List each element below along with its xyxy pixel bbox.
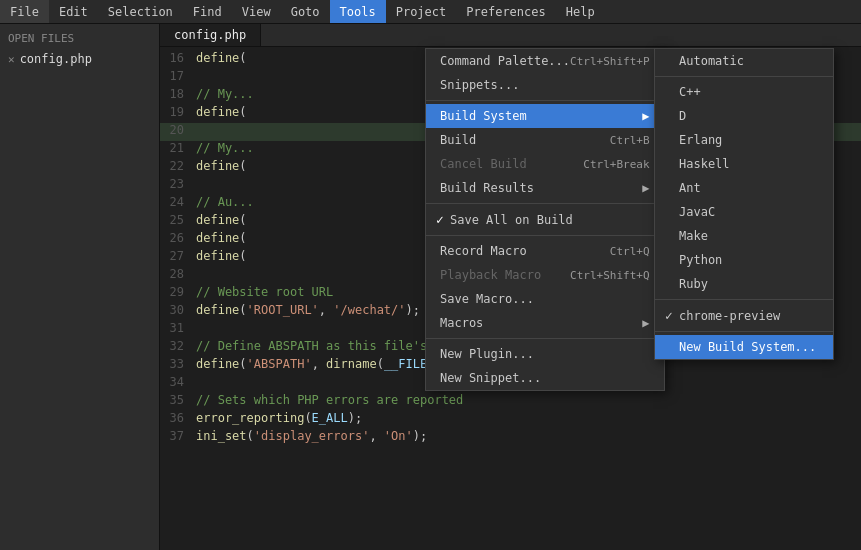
menu-project[interactable]: Project <box>386 0 457 23</box>
menu-playback-macro: Playback Macro Ctrl+Shift+Q <box>426 263 664 287</box>
build-item-automatic[interactable]: Automatic <box>655 49 833 73</box>
build-item-ant[interactable]: Ant <box>655 176 833 200</box>
menu-record-macro[interactable]: Record Macro Ctrl+Q <box>426 239 664 263</box>
sidebar-filename: config.php <box>20 52 92 66</box>
menu-goto[interactable]: Goto <box>281 0 330 23</box>
menu-view[interactable]: View <box>232 0 281 23</box>
menu-new-snippet[interactable]: New Snippet... <box>426 366 664 390</box>
build-item-chrome-preview[interactable]: ✓ chrome-preview <box>655 303 833 328</box>
menu-command-palette[interactable]: Command Palette... Ctrl+Shift+P <box>426 49 664 73</box>
menu-build-results[interactable]: Build Results ▶ <box>426 176 664 200</box>
menubar: File Edit Selection Find View Goto Tools… <box>0 0 861 24</box>
menu-tools[interactable]: Tools <box>330 0 386 23</box>
build-item-haskell[interactable]: Haskell <box>655 152 833 176</box>
code-area: config.php 16 define( 17 18 // My... 19 … <box>160 24 861 550</box>
menu-new-plugin[interactable]: New Plugin... <box>426 342 664 366</box>
build-item-new-build-system[interactable]: New Build System... <box>655 335 833 359</box>
menu-cancel-build: Cancel Build Ctrl+Break <box>426 152 664 176</box>
menu-save-all-on-build[interactable]: ✓ Save All on Build <box>426 207 664 232</box>
close-icon[interactable]: ✕ <box>8 53 15 66</box>
menu-edit[interactable]: Edit <box>49 0 98 23</box>
menu-find[interactable]: Find <box>183 0 232 23</box>
open-files-label: OPEN FILES <box>0 28 159 49</box>
code-line: 35 // Sets which PHP errors are reported <box>160 393 861 411</box>
sidebar: OPEN FILES ✕ config.php <box>0 24 160 550</box>
menu-preferences[interactable]: Preferences <box>456 0 555 23</box>
build-item-erlang[interactable]: Erlang <box>655 128 833 152</box>
build-item-ruby[interactable]: Ruby <box>655 272 833 296</box>
main-layout: OPEN FILES ✕ config.php config.php 16 de… <box>0 24 861 550</box>
tab-config-php[interactable]: config.php <box>160 24 261 46</box>
build-item-javac[interactable]: JavaC <box>655 200 833 224</box>
tools-dropdown-menu: Command Palette... Ctrl+Shift+P Snippets… <box>425 48 665 391</box>
code-line: 36 error_reporting(E_ALL); <box>160 411 861 429</box>
build-system-submenu: Automatic C++ D Erlang Haskell <box>654 48 834 360</box>
menu-help[interactable]: Help <box>556 0 605 23</box>
menu-snippets[interactable]: Snippets... <box>426 73 664 97</box>
menu-build[interactable]: Build Ctrl+B <box>426 128 664 152</box>
menu-save-macro[interactable]: Save Macro... <box>426 287 664 311</box>
build-item-d[interactable]: D <box>655 104 833 128</box>
code-tab-bar: config.php <box>160 24 861 47</box>
sidebar-file-config[interactable]: ✕ config.php <box>0 49 159 69</box>
build-item-cpp[interactable]: C++ <box>655 80 833 104</box>
menu-macros[interactable]: Macros ▶ <box>426 311 664 335</box>
build-item-python[interactable]: Python <box>655 248 833 272</box>
build-item-make[interactable]: Make <box>655 224 833 248</box>
menu-selection[interactable]: Selection <box>98 0 183 23</box>
code-line: 37 ini_set('display_errors', 'On'); <box>160 429 861 447</box>
menu-build-system[interactable]: Build System ▶ <box>426 104 664 128</box>
menu-file[interactable]: File <box>0 0 49 23</box>
